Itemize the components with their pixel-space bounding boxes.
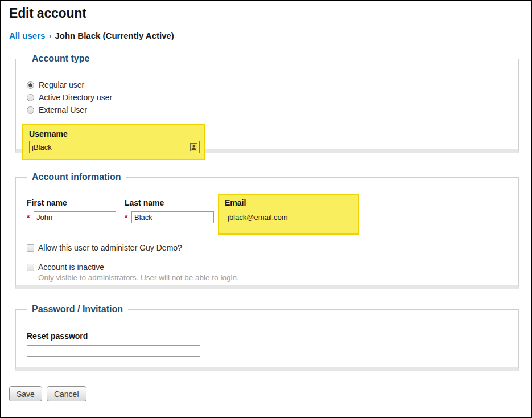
- inactive-checkbox[interactable]: [27, 264, 34, 271]
- username-input[interactable]: [29, 141, 200, 153]
- name-email-fields-row: First name * Last name * Email: [27, 194, 508, 235]
- radio-regular-user[interactable]: [27, 81, 34, 89]
- breadcrumb-separator: ›: [48, 31, 51, 40]
- radio-label-regular-user: Regular user: [39, 80, 84, 89]
- form-actions: Save Cancel: [9, 386, 531, 401]
- last-name-input[interactable]: [131, 211, 214, 223]
- breadcrumb-all-users-link[interactable]: All users: [9, 31, 45, 40]
- admin-checkbox-row: Allow this user to administer Guy Demo?: [27, 243, 508, 252]
- breadcrumb-current: John Black (Currently Active): [55, 31, 174, 40]
- username-input-wrap: [29, 141, 200, 153]
- breadcrumb: All users›John Black (Currently Active): [9, 31, 531, 40]
- account-type-section: Account type Regular user Active Directo…: [15, 54, 519, 153]
- admin-checkbox-label: Allow this user to administer Guy Demo?: [38, 243, 182, 252]
- username-highlight-box: Username: [22, 124, 205, 160]
- last-name-label: Last name: [125, 198, 218, 207]
- first-name-label: First name: [27, 198, 125, 207]
- last-name-input-line: *: [125, 211, 218, 223]
- account-information-section: Account information First name * Last na…: [15, 172, 519, 289]
- reset-password-label: Reset password: [27, 331, 508, 341]
- radio-row-external-user: External User: [27, 104, 508, 116]
- account-type-radio-group: Regular user Active Directory user Exter…: [27, 79, 508, 116]
- radio-row-regular-user: Regular user: [27, 79, 508, 91]
- password-invitation-section: Password / Invitation Reset password: [15, 304, 519, 371]
- password-invitation-legend: Password / Invitation: [27, 304, 128, 314]
- inactive-checkbox-row: Account is inactive: [27, 263, 508, 272]
- first-name-input[interactable]: [34, 211, 116, 223]
- account-information-legend: Account information: [27, 172, 126, 182]
- email-label: Email: [225, 198, 351, 207]
- email-input[interactable]: [225, 211, 353, 223]
- admin-checkbox[interactable]: [27, 244, 34, 252]
- inactive-checkbox-label: Account is inactive: [38, 263, 104, 272]
- radio-label-external-user: External User: [39, 105, 87, 114]
- user-icon[interactable]: [190, 143, 197, 151]
- save-button[interactable]: Save: [9, 386, 42, 401]
- account-type-legend: Account type: [27, 54, 94, 64]
- radio-active-directory-user[interactable]: [27, 94, 34, 101]
- edit-account-page: Edit account All users›John Black (Curre…: [0, 0, 532, 418]
- last-name-field: Last name *: [125, 194, 218, 223]
- radio-external-user[interactable]: [27, 106, 34, 114]
- first-name-required-marker: *: [27, 213, 34, 222]
- email-highlight-box: Email: [218, 194, 359, 235]
- radio-label-active-directory-user: Active Directory user: [39, 93, 112, 102]
- inactive-help-text: Only visible to administrators. User wil…: [38, 273, 508, 282]
- first-name-input-line: *: [27, 211, 125, 223]
- last-name-required-marker: *: [125, 213, 131, 222]
- page-title: Edit account: [9, 6, 531, 21]
- reset-password-input[interactable]: [27, 345, 200, 357]
- first-name-field: First name *: [27, 194, 125, 223]
- radio-row-active-directory-user: Active Directory user: [27, 91, 508, 104]
- username-label: Username: [29, 129, 199, 138]
- cancel-button[interactable]: Cancel: [47, 386, 86, 401]
